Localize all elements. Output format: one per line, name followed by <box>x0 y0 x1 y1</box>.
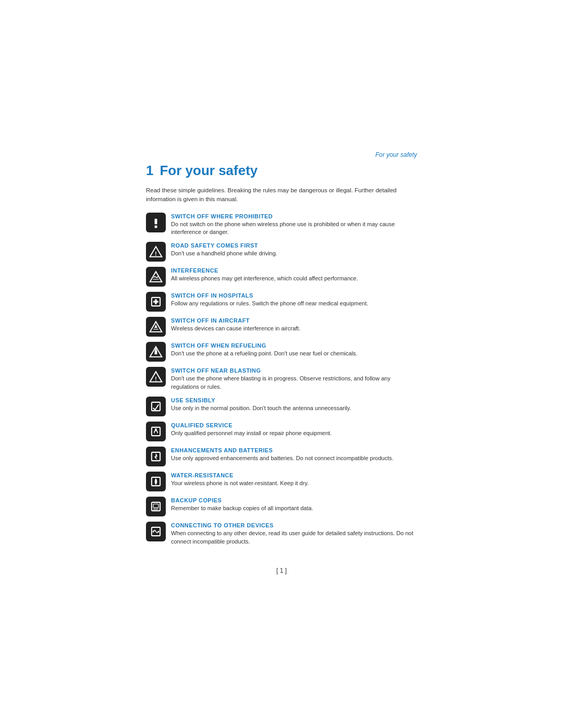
use-sensibly-title: USE SENSIBLY <box>171 397 417 403</box>
enhancements-batteries-icon <box>146 447 166 466</box>
svg-point-17 <box>155 428 157 430</box>
use-sensibly-desc: Use only in the normal position. Don't t… <box>171 404 417 413</box>
list-item: INTERFERENCEAll wireless phones may get … <box>146 267 417 287</box>
content-area: For your safety 1For your safety Read th… <box>146 0 417 606</box>
road-safety-title: ROAD SAFETY COMES FIRST <box>171 242 417 249</box>
switch-off-aircraft-title: SWITCH OFF IN AIRCRAFT <box>171 317 417 324</box>
road-safety-desc: Don't use a handheld phone while driving… <box>171 250 417 258</box>
switch-off-prohibited-title: SWITCH OFF WHERE PROHIBITED <box>171 213 417 219</box>
list-item: ENHANCEMENTS AND BATTERIESUse only appro… <box>146 447 417 466</box>
water-resistance-content: WATER-RESISTANCEYour wireless phone is n… <box>171 472 417 488</box>
switch-off-refueling-title: SWITCH OFF WHEN REFUELING <box>171 342 417 349</box>
switch-off-prohibited-content: SWITCH OFF WHERE PROHIBITEDDo not switch… <box>171 213 417 237</box>
list-item: BACKUP COPIESRemember to make backup cop… <box>146 497 417 516</box>
svg-point-12 <box>155 349 156 350</box>
backup-copies-icon <box>146 497 166 516</box>
switch-off-aircraft-desc: Wireless devices can cause interference … <box>171 325 417 333</box>
qualified-service-title: QUALIFIED SERVICE <box>171 422 417 428</box>
connecting-devices-icon <box>146 522 166 541</box>
list-item: SWITCH OFF IN AIRCRAFTWireless devices c… <box>146 317 417 337</box>
qualified-service-desc: Only qualified personnel may install or … <box>171 429 417 438</box>
enhancements-batteries-desc: Use only approved enhancements and batte… <box>171 454 417 463</box>
enhancements-batteries-content: ENHANCEMENTS AND BATTERIESUse only appro… <box>171 447 417 463</box>
use-sensibly-icon <box>146 397 166 416</box>
switch-off-aircraft-icon <box>146 317 166 337</box>
switch-off-blasting-title: SWITCH OFF NEAR BLASTING <box>171 367 417 374</box>
switch-off-refueling-content: SWITCH OFF WHEN REFUELINGDon't use the p… <box>171 342 417 358</box>
list-item: QUALIFIED SERVICEOnly qualified personne… <box>146 422 417 441</box>
switch-off-blasting-icon: ! <box>146 367 166 387</box>
qualified-service-icon <box>146 422 166 441</box>
backup-copies-title: BACKUP COPIES <box>171 497 417 503</box>
intro-text: Read these simple guidelines. Breaking t… <box>146 186 417 204</box>
interference-desc: All wireless phones may get interference… <box>171 275 417 283</box>
svg-text:!: ! <box>155 251 157 257</box>
safety-items-list: SWITCH OFF WHERE PROHIBITEDDo not switch… <box>146 213 417 547</box>
water-resistance-desc: Your wireless phone is not water-resista… <box>171 479 417 488</box>
water-resistance-title: WATER-RESISTANCE <box>171 472 417 478</box>
switch-off-hospitals-title: SWITCH OFF IN HOSPITALS <box>171 292 417 299</box>
header-label: For your safety <box>146 151 417 158</box>
switch-off-refueling-desc: Don't use the phone at a refueling point… <box>171 350 417 358</box>
switch-off-aircraft-content: SWITCH OFF IN AIRCRAFTWireless devices c… <box>171 317 417 333</box>
page-number: [ 1 ] <box>146 567 417 606</box>
list-item: ! ROAD SAFETY COMES FIRSTDon't use a han… <box>146 242 417 262</box>
switch-off-hospitals-icon <box>146 292 166 312</box>
list-item: WATER-RESISTANCEYour wireless phone is n… <box>146 472 417 491</box>
list-item: SWITCH OFF WHEN REFUELINGDon't use the p… <box>146 342 417 362</box>
svg-text:!: ! <box>155 376 157 382</box>
road-safety-content: ROAD SAFETY COMES FIRSTDon't use a handh… <box>171 242 417 258</box>
road-safety-icon: ! <box>146 242 166 262</box>
list-item: SWITCH OFF WHERE PROHIBITEDDo not switch… <box>146 213 417 237</box>
interference-title: INTERFERENCE <box>171 267 417 274</box>
list-item: SWITCH OFF IN HOSPITALSFollow any regula… <box>146 292 417 312</box>
switch-off-prohibited-icon <box>146 213 166 232</box>
connecting-devices-title: CONNECTING TO OTHER DEVICES <box>171 522 417 528</box>
switch-off-hospitals-desc: Follow any regulations or rules. Switch … <box>171 300 417 308</box>
list-item: ! SWITCH OFF NEAR BLASTINGDon't use the … <box>146 367 417 391</box>
chapter-number: 1 <box>146 163 153 178</box>
use-sensibly-content: USE SENSIBLYUse only in the normal posit… <box>171 397 417 413</box>
svg-point-25 <box>153 531 154 533</box>
chapter-title: 1For your safety <box>146 163 417 179</box>
water-resistance-icon <box>146 472 166 491</box>
list-item: USE SENSIBLYUse only in the normal posit… <box>146 397 417 416</box>
switch-off-hospitals-content: SWITCH OFF IN HOSPITALSFollow any regula… <box>171 292 417 308</box>
interference-icon <box>146 267 166 287</box>
connecting-devices-desc: When connecting to any other device, rea… <box>171 529 417 546</box>
backup-copies-desc: Remember to make backup copies of all im… <box>171 504 417 513</box>
svg-rect-20 <box>152 502 160 511</box>
switch-off-prohibited-desc: Do not switch on the phone when wireless… <box>171 220 417 237</box>
enhancements-batteries-title: ENHANCEMENTS AND BATTERIES <box>171 447 417 453</box>
switch-off-refueling-icon <box>146 342 166 362</box>
backup-copies-content: BACKUP COPIESRemember to make backup cop… <box>171 497 417 513</box>
svg-rect-8 <box>153 301 158 303</box>
switch-off-blasting-desc: Don't use the phone where blasting is in… <box>171 375 417 391</box>
qualified-service-content: QUALIFIED SERVICEOnly qualified personne… <box>171 422 417 438</box>
list-item: CONNECTING TO OTHER DEVICESWhen connecti… <box>146 522 417 546</box>
switch-off-blasting-content: SWITCH OFF NEAR BLASTINGDon't use the ph… <box>171 367 417 391</box>
connecting-devices-content: CONNECTING TO OTHER DEVICESWhen connecti… <box>171 522 417 546</box>
svg-rect-1 <box>155 225 157 228</box>
interference-content: INTERFERENCEAll wireless phones may get … <box>171 267 417 283</box>
svg-point-26 <box>157 531 159 533</box>
svg-rect-0 <box>155 218 157 224</box>
page: For your safety 1For your safety Read th… <box>0 0 563 728</box>
svg-rect-21 <box>153 504 158 508</box>
